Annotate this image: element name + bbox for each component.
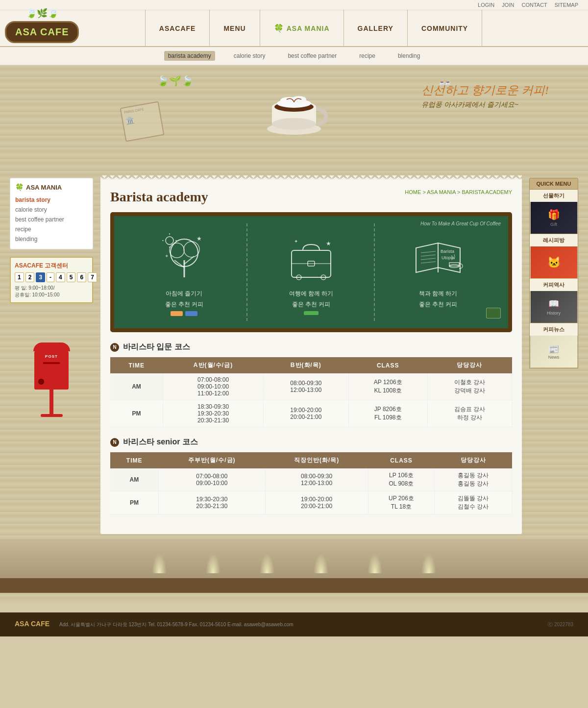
th-class-1: CLASS	[348, 357, 427, 373]
chalkboard: How To Make A Great Cup Of Coffee	[110, 212, 512, 332]
contact-link[interactable]: CONTACT	[521, 2, 547, 8]
cell-b-am-1: 08:00-09:30 12:00-13:00	[263, 373, 348, 400]
subnav-blending[interactable]: blending	[394, 51, 424, 61]
quick-menu-items: 선물하기 🎁 Gift 레시피방 🐱	[529, 190, 578, 368]
chalk-caption-2a: 여행에 함께 하기	[289, 290, 333, 298]
table-row: AM 07:00-08:00 09:00-10:00 11:00-12:00 0…	[110, 373, 512, 400]
quick-menu-recipe-img: 🐱	[531, 246, 577, 278]
join-link[interactable]: JOIN	[502, 2, 514, 8]
quick-menu-history-img: 📖 History	[531, 291, 577, 323]
hero-text-1: 신선하고 향기로운 커피!	[421, 82, 549, 98]
cc-num-6: 6	[77, 272, 86, 282]
floor-light-6	[421, 554, 436, 573]
nav-asamania[interactable]: 🍀ASA MANIA	[260, 10, 344, 47]
footer-logo: ASA CAFE	[15, 620, 49, 629]
floor-light-5	[368, 554, 382, 573]
utility-bar: LOGIN JOIN CONTACT SITEMAP	[0, 0, 588, 10]
cc-title-brand: ASACAFE	[15, 262, 43, 269]
quick-menu-news[interactable]: 커피뉴스 📰 News	[530, 323, 578, 368]
breadcrumb-home: HOME	[405, 189, 421, 195]
sitemap-link[interactable]: SITEMAP	[555, 2, 578, 8]
subnav-recipe[interactable]: recipe	[355, 51, 379, 61]
eraser-blue	[185, 311, 197, 316]
list-item[interactable]: barista story	[15, 195, 88, 205]
left-sidebar: 🍀 ASA MANIA barista story calorie story …	[10, 178, 93, 534]
main-nav: ASACAFE MENU 🍀ASA MANIA GALLERY COMMUNIT…	[15, 10, 573, 47]
list-item[interactable]: calorie story	[15, 205, 88, 215]
cell-b-pm-2: 19:00-20:00 20:00-21:00	[265, 491, 368, 514]
table1-title: 바리스타 입문 코스	[123, 342, 190, 352]
login-link[interactable]: LOGIN	[478, 2, 494, 8]
floor-light-2	[206, 554, 220, 573]
postbox-slot	[43, 362, 60, 364]
floor-light-1	[152, 554, 167, 573]
th-time-1: TIME	[110, 357, 163, 373]
quick-menu-news-label: 커피뉴스	[530, 323, 578, 336]
svg-text:✦: ✦	[165, 253, 169, 259]
subnav-calorie[interactable]: calorie story	[230, 51, 270, 61]
chalk-caption-3a: 책과 함께 하기	[419, 290, 457, 298]
cell-a-pm-2: 19:30-20:30 20:30-21:30	[158, 491, 265, 514]
cell-b-am-2: 08:00-09:30 12:00-13:00	[265, 468, 368, 491]
breadcrumb-sep2: >	[457, 189, 462, 195]
cc-hours-holiday: 공휴일: 10:00~15:00	[15, 292, 88, 298]
chalk-caption-3b: 좋은 추천 커피	[419, 300, 457, 309]
cell-a-pm-1: 18:30-09:30 19:30-20:30 20:30-21:30	[163, 400, 264, 427]
sidebar-link-blending[interactable]: blending	[15, 236, 37, 243]
th-col-b-1: B반(화/목)	[263, 357, 348, 373]
header: 🍃🌿🍃 ASA CAFE ASACAFE MENU 🍀ASA MANIA GAL…	[0, 10, 588, 47]
main-wrapper: 🍀 ASA MANIA barista story calorie story …	[0, 173, 588, 539]
cell-instructor-pm-2: 김똘똘 강사 김철수 강사	[435, 491, 512, 514]
cc-num-2: 2	[25, 272, 35, 282]
svg-text:Barista: Barista	[441, 249, 454, 254]
section-icon-2: N	[110, 438, 119, 447]
sidebar-link-barista[interactable]: barista story	[15, 196, 50, 203]
cell-time-pm-2: PM	[110, 491, 158, 514]
hero-coffee-cup	[260, 70, 328, 139]
footer-copyright: ⓒ 2022783	[548, 621, 573, 628]
list-item[interactable]: recipe	[15, 224, 88, 234]
chalk-panel-2: ✦ ★ 여행에 함께 하기 좋은 추천 커피	[248, 223, 374, 321]
right-sidebar: QUICK MENU 선물하기 🎁 Gift 레시피방	[529, 178, 578, 534]
th-col-a-1: A반(월/수/금)	[163, 357, 264, 373]
th-col-b-2: 직장인반(화/목)	[265, 452, 368, 468]
cc-title-rest: 고객센터	[45, 262, 68, 269]
wallet-decoration	[486, 308, 501, 318]
nav-community[interactable]: COMMUNITY	[408, 10, 482, 47]
sidebar-link-calorie[interactable]: calorie story	[15, 206, 47, 213]
cell-instructor-am-2: 홍길동 강사 홍길동 강사	[435, 468, 512, 491]
sidebar-link-recipe[interactable]: recipe	[15, 226, 31, 233]
quick-menu-recipe[interactable]: 레시피방 🐱	[530, 234, 578, 279]
svg-point-14	[166, 237, 173, 244]
svg-line-31	[421, 258, 436, 260]
table2-heading: N 바리스타 senior 코스	[110, 437, 512, 447]
svg-line-30	[421, 255, 436, 256]
breadcrumb-section: ASA MANIA	[427, 189, 456, 195]
nav-gallery[interactable]: GALLERY	[344, 10, 408, 47]
nav-menu[interactable]: MENU	[210, 10, 260, 47]
list-item[interactable]: best coffee partner	[15, 215, 88, 224]
postbox-label: POST	[45, 354, 58, 359]
cell-class-pm-2: UP 206호 TL 18호	[368, 491, 435, 514]
cc-num-7: 7	[88, 272, 97, 282]
chalk-caption-1b: 좋은 추천 커피	[165, 300, 203, 309]
svg-point-12	[170, 243, 184, 258]
site-logo[interactable]: ASA CAFE	[5, 21, 79, 43]
cell-a-am-1: 07:00-08:00 09:00-10:00 11:00-12:00	[163, 373, 264, 400]
floor-lights	[0, 539, 588, 578]
chalk-drawing-book: Barista Utopia	[381, 228, 496, 287]
logo-area: 🍃🌿🍃 ASA CAFE	[5, 8, 79, 43]
nav-asacafe[interactable]: ASACAFE	[145, 10, 210, 47]
quick-menu-gift[interactable]: 선물하기 🎁 Gift	[530, 190, 578, 234]
cc-num-1: 1	[15, 272, 24, 282]
cell-time-am-1: AM	[110, 373, 163, 400]
cc-num-4: 4	[56, 272, 65, 282]
subnav-barista[interactable]: barista academy	[164, 51, 215, 61]
list-item[interactable]: blending	[15, 234, 88, 244]
subnav-coffee-partner[interactable]: best coffee partner	[284, 51, 341, 61]
quick-menu-history[interactable]: 커피역사 📖 History	[530, 279, 578, 323]
page-header: Barista academy HOME > ASA MANIA > BARIS…	[110, 189, 512, 205]
svg-point-3	[272, 118, 316, 130]
floor-light-3	[260, 554, 274, 573]
sidebar-link-coffee[interactable]: best coffee partner	[15, 216, 64, 223]
